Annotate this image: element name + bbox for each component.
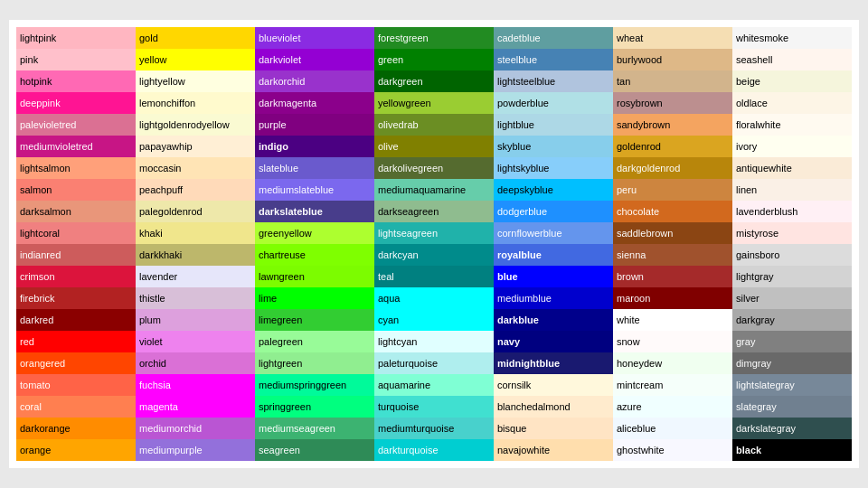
color-cell-forestgreen: forestgreen <box>374 27 494 49</box>
color-cell-darkgreen: darkgreen <box>374 70 494 92</box>
color-cell-green: green <box>374 49 494 70</box>
color-cell-sandybrown: sandybrown <box>613 114 732 136</box>
color-cell-yellow: yellow <box>136 49 255 70</box>
color-cell-hotpink: hotpink <box>16 70 136 92</box>
color-cell-tan: tan <box>613 70 732 92</box>
color-cell-mintcream: mintcream <box>613 374 732 396</box>
color-cell-yellowgreen: yellowgreen <box>374 92 494 114</box>
color-cell-midnightblue: midnightblue <box>494 352 613 374</box>
color-cell-saddlebrown: saddlebrown <box>613 222 732 244</box>
color-cell-slateblue: slateblue <box>255 157 374 179</box>
color-cell-papayawhip: papayawhip <box>136 136 255 157</box>
color-cell-moccasin: moccasin <box>136 157 255 179</box>
color-cell-lightseagreen: lightseagreen <box>374 222 494 244</box>
color-cell-darkmagenta: darkmagenta <box>255 92 374 114</box>
color-cell-darksalmon: darksalmon <box>16 201 136 222</box>
color-cell-darkslategray: darkslategray <box>732 418 852 439</box>
color-cell-peru: peru <box>613 179 732 201</box>
color-cell-darkgray: darkgray <box>732 309 852 331</box>
color-cell-crimson: crimson <box>16 266 136 287</box>
color-cell-aquamarine: aquamarine <box>374 374 494 396</box>
color-cell-dodgerblue: dodgerblue <box>494 201 613 222</box>
color-cell-gray: gray <box>732 331 852 352</box>
color-cell-darkkhaki: darkkhaki <box>136 244 255 266</box>
color-cell-navy: navy <box>494 331 613 352</box>
color-cell-aliceblue: aliceblue <box>613 418 732 439</box>
color-cell-thistle: thistle <box>136 287 255 309</box>
color-cell-palegreen: palegreen <box>255 331 374 352</box>
color-cell-coral: coral <box>16 396 136 418</box>
color-cell-darkviolet: darkviolet <box>255 49 374 70</box>
color-cell-tomato: tomato <box>16 374 136 396</box>
color-cell-lightcyan: lightcyan <box>374 331 494 352</box>
color-cell-maroon: maroon <box>613 287 732 309</box>
color-cell-mediumaquamarine: mediumaquamarine <box>374 179 494 201</box>
color-cell-whitesmoke: whitesmoke <box>732 27 852 49</box>
color-cell-floralwhite: floralwhite <box>732 114 852 136</box>
color-cell-lawngreen: lawngreen <box>255 266 374 287</box>
color-cell-mediumpurple: mediumpurple <box>136 439 255 461</box>
color-cell-darkorchid: darkorchid <box>255 70 374 92</box>
color-cell-orange: orange <box>16 439 136 461</box>
color-cell-lightgoldenrodyellow: lightgoldenrodyellow <box>136 114 255 136</box>
color-cell-fuchsia: fuchsia <box>136 374 255 396</box>
color-cell-lemonchiffon: lemonchiffon <box>136 92 255 114</box>
color-cell-ivory: ivory <box>732 136 852 157</box>
color-cell-olivedrab: olivedrab <box>374 114 494 136</box>
color-cell-mediumturquoise: mediumturquoise <box>374 418 494 439</box>
color-cell-steelblue: steelblue <box>494 49 613 70</box>
color-cell-seagreen: seagreen <box>255 439 374 461</box>
color-cell-darkblue: darkblue <box>494 309 613 331</box>
color-cell-lightblue: lightblue <box>494 114 613 136</box>
color-cell-purple: purple <box>255 114 374 136</box>
color-cell-turquoise: turquoise <box>374 396 494 418</box>
color-cell-ghostwhite: ghostwhite <box>613 439 732 461</box>
color-cell-lavenderblush: lavenderblush <box>732 201 852 222</box>
color-cell-deeppink: deeppink <box>16 92 136 114</box>
color-cell-mediumseagreen: mediumseagreen <box>255 418 374 439</box>
color-cell-mediumslateblue: mediumslateblue <box>255 179 374 201</box>
color-cell-blue: blue <box>494 266 613 287</box>
color-cell-dimgray: dimgray <box>732 352 852 374</box>
color-cell-cyan: cyan <box>374 309 494 331</box>
color-cell-chartreuse: chartreuse <box>255 244 374 266</box>
color-cell-lightslategray: lightslategray <box>732 374 852 396</box>
color-cell-blueviolet: blueviolet <box>255 27 374 49</box>
color-cell-bisque: bisque <box>494 418 613 439</box>
color-cell-firebrick: firebrick <box>16 287 136 309</box>
color-cell-salmon: salmon <box>16 179 136 201</box>
color-cell-brown: brown <box>613 266 732 287</box>
color-cell-darkolivegreen: darkolivegreen <box>374 157 494 179</box>
color-cell-powderblue: powderblue <box>494 92 613 114</box>
color-cell-lightyellow: lightyellow <box>136 70 255 92</box>
color-cell-skyblue: skyblue <box>494 136 613 157</box>
color-cell-darkorange: darkorange <box>16 418 136 439</box>
color-cell-darkslateblue: darkslateblue <box>255 201 374 222</box>
color-cell-peachpuff: peachpuff <box>136 179 255 201</box>
color-cell-azure: azure <box>613 396 732 418</box>
color-cell-mediumorchid: mediumorchid <box>136 418 255 439</box>
color-cell-teal: teal <box>374 266 494 287</box>
color-cell-indigo: indigo <box>255 136 374 157</box>
color-cell-gainsboro: gainsboro <box>732 244 852 266</box>
color-cell-lightgreen: lightgreen <box>255 352 374 374</box>
color-cell-oldlace: oldlace <box>732 92 852 114</box>
color-cell-silver: silver <box>732 287 852 309</box>
color-cell-lightgray: lightgray <box>732 266 852 287</box>
color-cell-plum: plum <box>136 309 255 331</box>
color-cell-darkseagreen: darkseagreen <box>374 201 494 222</box>
color-cell-lavender: lavender <box>136 266 255 287</box>
color-cell-goldenrod: goldenrod <box>613 136 732 157</box>
color-cell-lightcoral: lightcoral <box>16 222 136 244</box>
color-cell-honeydew: honeydew <box>613 352 732 374</box>
color-cell-lightsteelblue: lightsteelblue <box>494 70 613 92</box>
color-cell-black: black <box>732 439 852 461</box>
color-cell-paleturquoise: paleturquoise <box>374 352 494 374</box>
color-cell-linen: linen <box>732 179 852 201</box>
color-cell-blanchedalmond: blanchedalmond <box>494 396 613 418</box>
color-cell-limegreen: limegreen <box>255 309 374 331</box>
color-cell-seashell: seashell <box>732 49 852 70</box>
color-cell-mediumspringgreen: mediumspringgreen <box>255 374 374 396</box>
color-cell-white: white <box>613 309 732 331</box>
color-cell-lime: lime <box>255 287 374 309</box>
